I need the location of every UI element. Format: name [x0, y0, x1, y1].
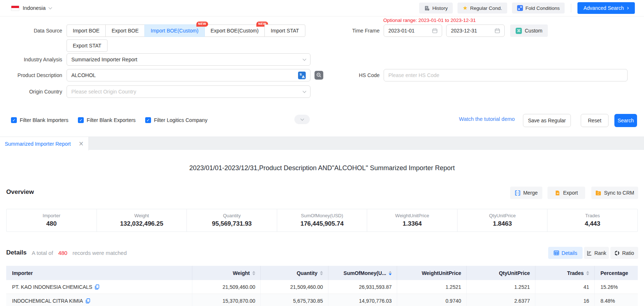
sync-to-crm-button[interactable]: Sync to CRM — [591, 187, 638, 199]
col-qty-unit-price: QtyUnitPrice — [467, 266, 535, 280]
copy-icon[interactable] — [86, 298, 90, 303]
hs-code-field[interactable] — [384, 69, 628, 81]
optional-range-hint: Optional range: 2023-01-01 to 2023-12-31 — [383, 18, 476, 23]
stat-quantity: Quantity95,569,731.93 — [187, 209, 277, 232]
chevron-down-icon — [48, 5, 52, 9]
close-icon[interactable]: × — [79, 141, 84, 147]
col-importer: Importer — [6, 266, 192, 280]
view-rank-button[interactable]: Rank — [584, 247, 609, 259]
tab-import-boe[interactable]: Import BOE — [67, 24, 106, 37]
sort-icon[interactable] — [320, 271, 323, 275]
chevron-down-icon — [303, 57, 306, 61]
date-from-input[interactable] — [388, 28, 432, 34]
product-description-input[interactable] — [71, 72, 298, 78]
expand-conditions-button[interactable] — [294, 115, 310, 124]
date-to-field[interactable] — [446, 24, 505, 37]
fold-conditions-label: Fold Conditions — [526, 5, 560, 11]
export-button[interactable]: Export — [547, 187, 585, 199]
fold-conditions-button[interactable]: Fold Conditions — [512, 3, 565, 14]
origin-country-select[interactable]: Please select Origin Country — [67, 85, 310, 98]
new-badge: NEW — [196, 22, 208, 27]
history-button[interactable]: History — [419, 3, 453, 14]
col-trades[interactable]: Trades — [535, 266, 595, 280]
checkbox-checked-icon[interactable]: ✓ — [78, 117, 84, 123]
result-tab-strip: Summarized Importer Report × — [0, 137, 644, 150]
result-tab-title: Summarized Importer Report — [5, 141, 71, 147]
table-row: PT. KAO INDONESIA CHEMICALS 21,509,460.0… — [6, 280, 638, 294]
tab-import-boe-custom[interactable]: Import BOE(Custom) NEW — [144, 24, 205, 37]
col-sum-of-money[interactable]: SumOfMoney(U... — [328, 266, 397, 280]
sort-icon[interactable] — [586, 271, 589, 275]
view-ratio-label: Ratio — [622, 250, 634, 256]
match-suffix: records were matched — [72, 250, 127, 256]
advanced-search-label: Advanced Search — [583, 5, 624, 11]
translate-icon[interactable]: A — [298, 72, 306, 79]
sort-icon[interactable] — [252, 271, 255, 275]
report-title: 2023/01/01-2023/12/31,Product Descriptio… — [0, 164, 644, 172]
export-label: Export — [563, 190, 578, 196]
stat-importer: Importer480 — [7, 209, 97, 232]
checkbox-checked-icon[interactable]: ✓ — [145, 117, 151, 123]
time-frame-label: Time Frame — [306, 24, 380, 37]
country-selector[interactable]: Indonesia — [11, 5, 52, 11]
stat-weight-unit-price: WeightUnitPrice1.3364 — [367, 209, 457, 232]
tab-export-stat[interactable]: Export STAT — [67, 39, 108, 52]
regular-cond-button[interactable]: ★ Regular Cond. — [457, 3, 507, 14]
merge-button[interactable]: Merge — [510, 187, 542, 199]
sync-folder-icon — [595, 190, 601, 195]
calendar-icon[interactable] — [432, 28, 437, 33]
col-quantity[interactable]: Quantity — [261, 266, 328, 280]
importer-cell: PT. KAO INDONESIA CHEMICALS — [6, 280, 192, 294]
col-weight[interactable]: Weight — [192, 266, 261, 280]
stat-weight: Weight132,032,496.25 — [97, 209, 187, 232]
calendar-icon[interactable] — [495, 28, 500, 33]
country-name: Indonesia — [23, 5, 46, 11]
tab-summarized-importer-report[interactable]: Summarized Importer Report × — [0, 137, 89, 150]
copy-icon[interactable] — [95, 284, 99, 290]
checkbox-checked-icon[interactable]: ✓ — [11, 117, 17, 123]
origin-country-label: Origin Country — [0, 85, 62, 98]
table-icon — [554, 250, 559, 255]
tutorial-link[interactable]: Watch the tutorial demo — [459, 116, 515, 122]
indonesia-flag-icon — [11, 5, 19, 11]
svg-text:A: A — [302, 74, 305, 79]
tab-export-boe-custom[interactable]: Export BOE(Custom) NEW — [204, 24, 265, 37]
percentage-cell: 8.48% — [595, 294, 638, 306]
industry-analysis-select[interactable]: Summarized Importer Report — [67, 53, 310, 66]
trades-cell: 41 — [535, 280, 595, 294]
view-details-button[interactable]: Details — [548, 247, 583, 259]
data-source-tabs: Import BOE Export BOE Import BOE(Custom)… — [67, 24, 305, 37]
search-button[interactable]: Search — [614, 114, 637, 127]
hs-code-input[interactable] — [388, 72, 623, 78]
sort-icon-active-desc[interactable] — [389, 271, 392, 275]
filter-checkbox-row: ✓ Filter Blank Importers ✓ Filter Blank … — [11, 115, 207, 125]
save-as-regular-button[interactable]: Save as Regular — [523, 114, 571, 127]
origin-country-placeholder: Please select Origin Country — [71, 89, 136, 95]
date-to-input[interactable] — [451, 28, 495, 34]
chevron-down-icon — [303, 89, 306, 93]
advanced-search-button[interactable]: Advanced Search › — [577, 2, 635, 14]
view-ratio-button[interactable]: Ratio — [610, 247, 638, 259]
table-row: INDOCHEMICAL CITRA KIMIA 15,370,870.00 5… — [6, 294, 638, 306]
export-icon — [555, 190, 560, 196]
divider — [571, 4, 571, 12]
industry-analysis-value: Summarized Importer Report — [71, 57, 138, 62]
ratio-icon — [614, 250, 619, 256]
overview-stats-card: Importer480 Weight132,032,496.25 Quantit… — [6, 209, 638, 232]
table-header-row: Importer Weight Quantity SumOfMoney(U...… — [6, 266, 638, 280]
fold-conditions-icon — [517, 5, 523, 11]
command-icon: ⌘ — [516, 28, 522, 34]
merge-icon — [515, 190, 520, 196]
data-source-label: Data Source — [0, 24, 62, 37]
reset-button[interactable]: Reset — [581, 114, 609, 127]
percentage-cell: 15.26% — [595, 280, 638, 294]
topbar: Indonesia History ★ Regular Cond. Fold C… — [0, 0, 644, 16]
tab-import-stat[interactable]: Import STAT — [264, 24, 305, 37]
tab-export-boe[interactable]: Export BOE — [105, 24, 145, 37]
filter-blank-exporters: ✓ Filter Blank Exporters — [78, 117, 136, 123]
custom-range-button[interactable]: ⌘ Custom — [510, 24, 548, 37]
overview-heading: Overview — [6, 188, 34, 196]
date-from-field[interactable] — [384, 24, 442, 37]
history-label: History — [432, 5, 448, 11]
product-description-field[interactable]: A — [67, 69, 310, 81]
